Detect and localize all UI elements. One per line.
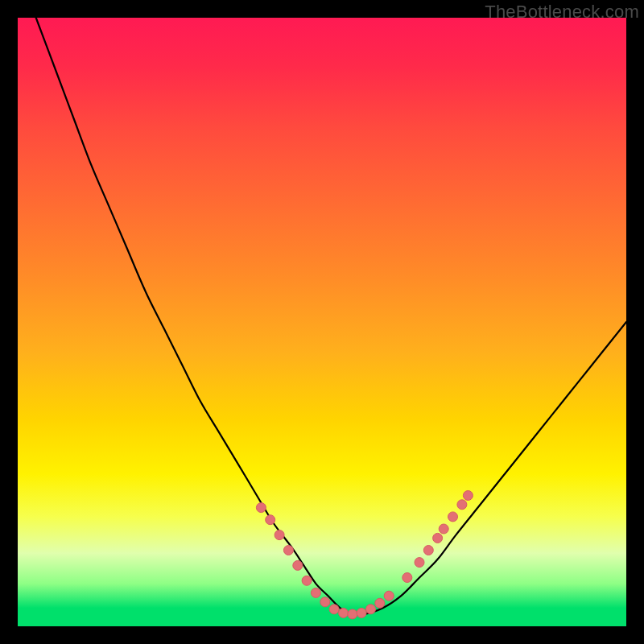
- curve-marker: [463, 491, 473, 501]
- curve-marker: [415, 558, 424, 568]
- chart-frame: [18, 18, 626, 626]
- curve-marker: [275, 530, 284, 540]
- curve-marker: [293, 560, 303, 570]
- curve-marker: [348, 609, 357, 619]
- curve-marker: [439, 524, 448, 534]
- curve-marker: [357, 608, 366, 617]
- curve-marker: [320, 597, 330, 607]
- curve-marker: [375, 598, 385, 608]
- curve-marker: [384, 591, 394, 601]
- bottleneck-curve: [36, 18, 626, 615]
- curve-marker: [302, 576, 312, 585]
- curve-marker: [423, 546, 433, 555]
- curve-marker: [283, 546, 293, 555]
- curve-marker: [433, 533, 443, 543]
- watermark-text: TheBottleneck.com: [485, 2, 639, 23]
- curve-marker: [402, 573, 412, 583]
- curve-marker: [256, 503, 266, 513]
- curve-marker: [266, 515, 275, 525]
- curve-marker: [457, 500, 467, 510]
- curve-marker: [366, 605, 376, 614]
- chart-svg: [18, 18, 626, 626]
- curve-marker: [329, 605, 339, 614]
- curve-marker: [311, 588, 320, 597]
- curve-marker: [448, 512, 458, 522]
- curve-marker: [339, 608, 349, 617]
